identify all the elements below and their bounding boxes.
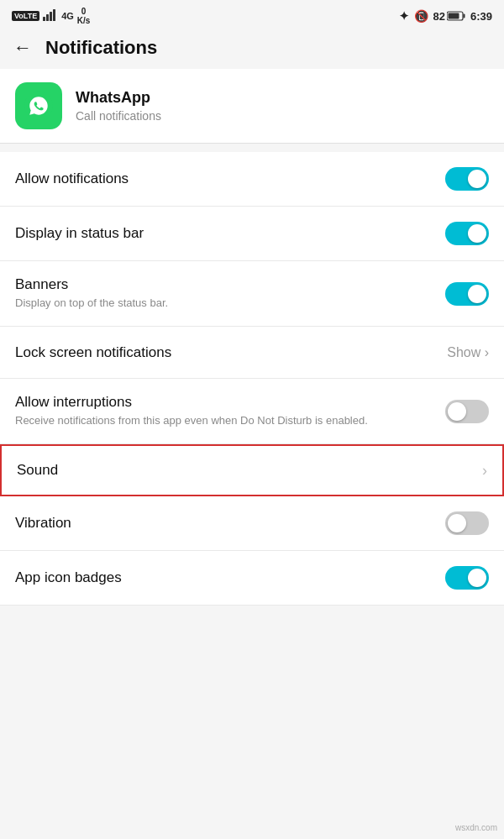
app-icon xyxy=(15,82,62,129)
toggle-vibration[interactable] xyxy=(445,511,489,535)
settings-item-display-status-bar[interactable]: Display in status bar xyxy=(0,207,504,261)
settings-item-allow-notifications[interactable]: Allow notifications xyxy=(0,152,504,207)
svg-rect-3 xyxy=(53,9,55,21)
settings-item-allow-interruptions[interactable]: Allow interruptionsReceive notifications… xyxy=(0,379,504,444)
app-subtitle: Call notifications xyxy=(76,109,161,123)
svg-rect-2 xyxy=(50,12,52,21)
toggle-knob-vibration xyxy=(448,514,466,532)
settings-item-banners[interactable]: BannersDisplay on top of the status bar. xyxy=(0,261,504,327)
settings-item-left-banners: BannersDisplay on top of the status bar. xyxy=(15,276,445,311)
settings-item-left-sound: Sound xyxy=(17,462,482,479)
vibrate-icon: 📵 xyxy=(414,9,428,23)
settings-desc-banners: Display on top of the status bar. xyxy=(15,296,435,311)
settings-list: Allow notificationsDisplay in status bar… xyxy=(0,152,504,606)
settings-label-sound: Sound xyxy=(17,462,472,479)
settings-label-allow-interruptions: Allow interruptions xyxy=(15,394,435,411)
4g-label: 4G xyxy=(61,11,74,21)
toggle-knob-allow-interruptions xyxy=(448,402,466,421)
settings-item-left-allow-interruptions: Allow interruptionsReceive notifications… xyxy=(15,394,445,428)
settings-label-app-icon-badges: App icon badges xyxy=(15,569,435,586)
settings-desc-allow-interruptions: Receive notifications from this app even… xyxy=(15,413,435,428)
toggle-allow-notifications[interactable] xyxy=(445,167,489,191)
app-info-row: WhatsApp Call notifications xyxy=(0,69,504,144)
svg-rect-1 xyxy=(46,14,49,21)
watermark: wsxdn.com xyxy=(455,823,497,832)
status-bar: VoLTE 4G 0K/s ✦ 📵 82 6:39 xyxy=(0,0,504,30)
settings-item-left-app-icon-badges: App icon badges xyxy=(15,569,445,586)
status-right: ✦ 📵 82 6:39 xyxy=(399,9,493,23)
toggle-knob-banners xyxy=(468,285,486,303)
app-name: WhatsApp xyxy=(76,89,161,107)
settings-item-lock-screen[interactable]: Lock screen notificationsShow › xyxy=(0,327,504,379)
data-speed: 0K/s xyxy=(77,7,91,25)
toggle-knob-display-status-bar xyxy=(468,224,486,243)
app-info-text: WhatsApp Call notifications xyxy=(76,89,161,123)
toggle-knob-allow-notifications xyxy=(468,170,486,188)
settings-item-sound[interactable]: Sound› xyxy=(0,444,504,496)
settings-label-display-status-bar: Display in status bar xyxy=(15,225,435,242)
toggle-app-icon-badges[interactable] xyxy=(445,566,489,590)
battery-level: 82 xyxy=(433,10,445,23)
signal-strength xyxy=(43,9,58,23)
settings-item-left-lock-screen: Lock screen notifications xyxy=(15,344,447,361)
page-header: ← Notifications xyxy=(0,30,504,69)
page-title: Notifications xyxy=(45,37,157,59)
svg-rect-6 xyxy=(448,13,459,19)
time-display: 6:39 xyxy=(470,10,492,23)
settings-item-left-display-status-bar: Display in status bar xyxy=(15,225,445,242)
settings-value-lock-screen: Show › xyxy=(447,345,489,360)
settings-item-app-icon-badges[interactable]: App icon badges xyxy=(0,551,504,606)
toggle-knob-app-icon-badges xyxy=(468,569,486,587)
settings-label-lock-screen: Lock screen notifications xyxy=(15,344,437,361)
settings-item-vibration[interactable]: Vibration xyxy=(0,496,504,551)
svg-rect-0 xyxy=(43,17,45,21)
svg-rect-5 xyxy=(463,14,465,18)
settings-item-left-vibration: Vibration xyxy=(15,515,445,532)
toggle-banners[interactable] xyxy=(445,282,489,306)
toggle-display-status-bar[interactable] xyxy=(445,222,489,245)
volte-indicator: VoLTE xyxy=(12,11,39,21)
battery-icon: 82 xyxy=(433,10,465,23)
settings-item-left-allow-notifications: Allow notifications xyxy=(15,170,445,187)
toggle-allow-interruptions[interactable] xyxy=(445,400,489,423)
status-left: VoLTE 4G 0K/s xyxy=(12,7,90,25)
bluetooth-icon: ✦ xyxy=(399,9,409,23)
settings-label-vibration: Vibration xyxy=(15,515,435,532)
back-button[interactable]: ← xyxy=(13,39,32,57)
settings-label-allow-notifications: Allow notifications xyxy=(15,170,435,187)
chevron-icon-sound: › xyxy=(482,462,487,480)
settings-label-banners: Banners xyxy=(15,276,435,293)
